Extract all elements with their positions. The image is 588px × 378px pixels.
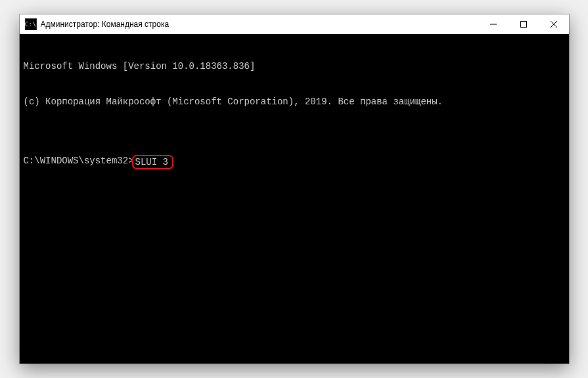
terminal-line: Microsoft Windows [Version 10.0.18363.83… [24, 60, 565, 72]
close-button[interactable] [539, 14, 569, 34]
terminal-prompt: C:\WINDOWS\system32> [24, 155, 134, 167]
terminal-prompt-line: C:\WINDOWS\system32>SLUI 3 [24, 155, 565, 169]
window-title: Администратор: Командная строка [41, 20, 170, 29]
svg-rect-0 [520, 22, 526, 28]
cmd-window: C:\ Администратор: Командная строка Micr… [20, 14, 569, 364]
command-highlight: SLUI 3 [132, 155, 173, 169]
cmd-icon: C:\ [25, 18, 37, 30]
terminal-area[interactable]: Microsoft Windows [Version 10.0.18363.83… [20, 34, 569, 364]
minimize-button[interactable] [478, 14, 509, 34]
titlebar[interactable]: C:\ Администратор: Командная строка [20, 14, 569, 34]
terminal-line: (c) Корпорация Майкрософт (Microsoft Cor… [24, 96, 565, 108]
terminal-command: SLUI 3 [135, 157, 168, 167]
maximize-button[interactable] [509, 14, 539, 34]
page-root: C:\ Администратор: Командная строка Micr… [0, 0, 588, 378]
